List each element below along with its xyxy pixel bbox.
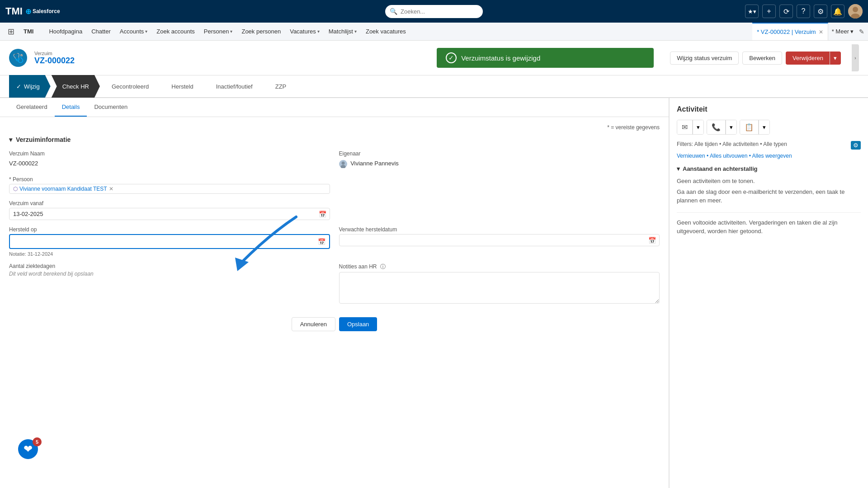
tab-more[interactable]: * Meer ▾ <box>828 28 857 35</box>
hersteld-op-calendar-icon[interactable]: 📅 <box>318 238 326 245</box>
search-input[interactable] <box>385 5 483 18</box>
email-dropdown-button[interactable]: ▾ <box>693 120 703 134</box>
stage-check-hr[interactable]: Check HR <box>52 75 100 98</box>
call-button[interactable]: 📞 <box>707 120 725 134</box>
tab-gerelateerd[interactable]: Gerelateerd <box>9 98 55 117</box>
top-nav-actions: ★▾ + ⟳ ? ⚙ 🔔 <box>745 4 863 19</box>
alles-uitvouwen-link[interactable]: Alles uitvouwen <box>710 153 747 159</box>
activity-section-aanstaand: ▾ Aanstaand en achterstallig Geen activi… <box>677 165 861 205</box>
avatar[interactable] <box>848 4 863 19</box>
wijzig-status-button[interactable]: Wijzig status verzuim <box>670 52 739 65</box>
tab-close-vz[interactable]: ✕ <box>819 29 823 35</box>
filters-label: Filters: Alle tijden • Alle activiteiten… <box>677 141 787 147</box>
call-icon: 📞 <box>712 123 721 131</box>
svg-point-4 <box>341 162 344 165</box>
notities-aan-hr-input[interactable] <box>339 272 660 304</box>
record-name[interactable]: VZ-000022 <box>34 56 420 66</box>
floating-badge[interactable]: ❤ 5 <box>18 439 40 461</box>
task-icon: 📋 <box>745 123 754 131</box>
task-btn-group: 📋 ▾ <box>740 120 770 135</box>
verwachte-hersteldatum-field: Verwachte hersteldatum 📅 <box>339 226 660 257</box>
form-row-2: * Persoon ⬡ Vivianne voornaam Kandidaat … <box>9 176 660 194</box>
stage-wijzig[interactable]: ✓ Wijzig <box>9 75 51 98</box>
stage-inactief[interactable]: Inactief/foutief <box>205 75 264 98</box>
app-navigation: ⊞ TMI Hoofdpagina Chatter Accounts▾ Zoek… <box>0 23 868 41</box>
help-icon[interactable]: ? <box>797 5 810 18</box>
geen-activiteiten-text: Geen activiteiten om te tonen. <box>677 177 861 186</box>
verwachte-hersteldatum-input[interactable] <box>339 234 660 246</box>
hersteld-op-input[interactable] <box>12 236 314 247</box>
verwachte-hersteldatum-calendar-icon[interactable]: 📅 <box>648 237 656 244</box>
notities-aan-hr-label: Notities aan HR ⓘ <box>339 263 660 271</box>
nav-vacatures[interactable]: Vacatures▾ <box>285 23 324 41</box>
persoon-remove-icon[interactable]: ✕ <box>109 186 113 192</box>
verzuiminformatie-section[interactable]: ▾ Verzuiminformatie <box>9 136 660 143</box>
gear-settings-icon[interactable]: ⚙ <box>851 141 861 150</box>
person-icon: ⬡ <box>13 186 18 192</box>
gear-icon[interactable]: ⚙ <box>814 5 827 18</box>
activity-buttons: ✉ ▾ 📞 ▾ 📋 ▾ <box>677 120 861 135</box>
task-dropdown-button[interactable]: ▾ <box>759 120 769 134</box>
nav-personen[interactable]: Personen▾ <box>199 23 237 41</box>
verzuim-vanaf-calendar-icon[interactable]: 📅 <box>319 211 326 218</box>
empty-field-right <box>339 176 660 194</box>
aanstaand-section-title[interactable]: ▾ Aanstaand en achterstallig <box>677 165 861 172</box>
setup-icon[interactable]: ⟳ <box>779 5 793 18</box>
bewerken-button[interactable]: Bewerken <box>742 52 782 65</box>
success-banner: ✓ Verzuimstatus is gewijzigd <box>437 48 654 68</box>
add-icon[interactable]: + <box>762 5 776 18</box>
success-check-icon: ✓ <box>446 52 457 63</box>
stage-bar: ✓ Wijzig Check HR Gecontroleerd Hersteld… <box>0 75 868 98</box>
opslaan-button[interactable]: Opslaan <box>339 317 377 331</box>
nav-zoek-vacatures[interactable]: Zoek vacatures <box>361 23 410 41</box>
verwachte-hersteldatum-label: Verwachte hersteldatum <box>339 226 660 233</box>
tab-vz-000022[interactable]: * VZ-000022 | Verzuim ✕ <box>752 23 828 41</box>
tab-details[interactable]: Details <box>55 98 87 117</box>
verzuim-vanaf-input[interactable] <box>9 208 330 220</box>
verzuim-vanaf-field: Verzuim vanaf 📅 <box>9 200 330 220</box>
sidebar-toggle[interactable]: › <box>852 44 859 71</box>
nav-chatter[interactable]: Chatter <box>87 23 115 41</box>
stage-zzp[interactable]: ZZP <box>264 75 297 98</box>
persoon-lookup-tag[interactable]: ⬡ Vivianne voornaam Kandidaat TEST ✕ <box>9 184 330 194</box>
grid-icon[interactable]: ⊞ <box>4 24 18 39</box>
nav-hoofdpagina[interactable]: Hoofdpagina <box>44 23 87 41</box>
aanstaand-chevron-icon: ▾ <box>677 165 680 172</box>
verzuim-naam-label: Verzuim Naam <box>9 150 330 157</box>
email-button[interactable]: ✉ <box>677 120 692 134</box>
nav-accounts[interactable]: Accounts▾ <box>115 23 152 41</box>
left-panel: Gerelateerd Details Documenten * = verei… <box>0 98 669 488</box>
cta-text: Ga aan de slag door een e-mailbericht te… <box>677 188 861 205</box>
app-name: TMI <box>20 28 37 35</box>
stage-gecontroleerd[interactable]: Gecontroleerd <box>101 75 160 98</box>
top-navigation: TMI ⊕ Salesforce 🔍 ★▾ + ⟳ ? ⚙ 🔔 <box>0 0 868 23</box>
alles-weergeven-link[interactable]: Alles weergeven <box>752 153 792 159</box>
form-area: * = vereiste gegevens ▾ Verzuiminformati… <box>0 117 669 346</box>
search-icon: 🔍 <box>390 8 397 15</box>
nav-matchlijst[interactable]: Matchlijst▾ <box>324 23 361 41</box>
call-dropdown-button[interactable]: ▾ <box>726 120 736 134</box>
record-icon: 🩺 <box>9 49 27 67</box>
stage-hersteld[interactable]: Hersteld <box>160 75 204 98</box>
vacatures-chevron-icon: ▾ <box>317 29 320 34</box>
annuleren-button[interactable]: Annuleren <box>292 317 335 331</box>
vernieuwen-link[interactable]: Vernieuwen <box>677 153 705 159</box>
nav-zoek-accounts[interactable]: Zoek accounts <box>152 23 199 41</box>
favorites-icon[interactable]: ★▾ <box>745 5 759 18</box>
bell-icon[interactable]: 🔔 <box>831 5 844 18</box>
edit-tabs-icon[interactable]: ✎ <box>859 28 864 35</box>
call-btn-group: 📞 ▾ <box>707 120 737 135</box>
verwijderen-dropdown-button[interactable]: ▾ <box>830 52 841 65</box>
global-search[interactable]: 🔍 <box>385 5 483 18</box>
stage-check-icon: ✓ <box>16 83 21 90</box>
eigenaar-field: Eigenaar Vivianne Pannevis <box>339 150 660 170</box>
personen-chevron-icon: ▾ <box>230 29 232 34</box>
verwijderen-group: Verwijderen ▾ <box>786 52 841 65</box>
tab-documenten[interactable]: Documenten <box>87 98 135 117</box>
success-message: Verzuimstatus is gewijzigd <box>461 54 540 62</box>
task-button[interactable]: 📋 <box>740 120 758 134</box>
verwijderen-button[interactable]: Verwijderen <box>786 52 830 65</box>
activity-filters: ⚙ Filters: Alle tijden • Alle activiteit… <box>677 141 861 147</box>
nav-zoek-personen[interactable]: Zoek personen <box>237 23 285 41</box>
accounts-chevron-icon: ▾ <box>145 29 147 34</box>
